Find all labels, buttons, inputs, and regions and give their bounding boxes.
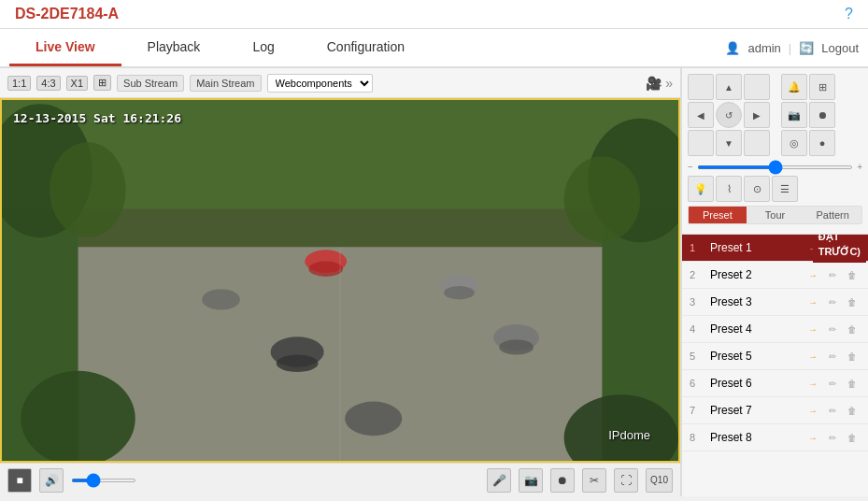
header: DS-2DE7184-A ? (0, 0, 868, 29)
tab-live-view[interactable]: Live View (9, 29, 121, 66)
preset-name-1: Preset 1 (710, 241, 804, 254)
preset-8-go-btn[interactable]: → (804, 429, 821, 446)
preset-2-edit-btn[interactable]: ✏ (824, 266, 841, 283)
tab-log[interactable]: Log (226, 29, 300, 66)
grid-icon-btn[interactable]: ⊞ (809, 74, 835, 100)
ptz-left[interactable]: ◀ (688, 102, 714, 128)
nav-tabs: Live View Playback Log Configuration (9, 29, 431, 66)
preset-name-4: Preset 4 (710, 322, 804, 336)
quality-button[interactable]: Q10 (646, 468, 673, 493)
tab-configuration[interactable]: Configuration (301, 29, 431, 66)
preset-name-5: Preset 5 (710, 350, 804, 363)
zoom-slider[interactable] (697, 165, 853, 169)
preset-item-2[interactable]: 2 Preset 2 → ✏ 🗑 (682, 262, 868, 289)
ptz-left-up[interactable] (688, 74, 714, 100)
record-ptz-btn[interactable]: ⏺ (809, 102, 835, 128)
preset-2-go-btn[interactable]: → (804, 266, 821, 283)
preset-5-delete-btn[interactable]: 🗑 (844, 348, 861, 365)
preset-6-delete-btn[interactable]: 🗑 (844, 375, 861, 392)
logout-button[interactable]: Logout (821, 41, 859, 55)
preset-3-delete-btn[interactable]: 🗑 (844, 293, 861, 310)
camera-settings-icon[interactable]: 🎥 » (646, 76, 673, 91)
preset-1-actions: → ✏ 🗑 (804, 239, 861, 256)
snapshot-ptz-btn[interactable]: 📷 (781, 102, 807, 128)
fullscreen-button[interactable]: ⛶ (614, 468, 638, 493)
camera-label: IPdome (608, 428, 650, 442)
tab-pattern[interactable]: Pattern (804, 207, 861, 223)
webcomponents-select[interactable]: Webcomponents (267, 74, 373, 93)
preset-item-4[interactable]: 4 Preset 4 → ✏ 🗑 (682, 316, 868, 343)
preset-item-6[interactable]: 6 Preset 6 → ✏ 🗑 (682, 370, 868, 397)
autoscan-btn[interactable]: ⊙ (744, 176, 770, 202)
ptz-right[interactable]: ▶ (744, 102, 770, 128)
ptz-up[interactable]: ▲ (716, 74, 742, 100)
preset-4-delete-btn[interactable]: 🗑 (844, 321, 861, 337)
preset-5-edit-btn[interactable]: ✏ (824, 348, 841, 365)
preset-6-edit-btn[interactable]: ✏ (824, 375, 841, 392)
preset-8-actions: → ✏ 🗑 (804, 429, 861, 446)
light-btn[interactable]: 💡 (688, 176, 714, 202)
svg-point-14 (444, 286, 475, 299)
iris-open-btn[interactable]: ◎ (781, 130, 807, 156)
preset-item-3[interactable]: 3 Preset 3 → ✏ 🗑 (682, 289, 868, 316)
tab-preset[interactable]: Preset (689, 207, 747, 223)
preset-1-edit-btn[interactable]: ✏ (824, 239, 841, 256)
preset-7-delete-btn[interactable]: 🗑 (844, 402, 861, 419)
preset-2-delete-btn[interactable]: 🗑 (844, 266, 861, 283)
ptz-right-down[interactable] (744, 130, 770, 156)
preset-item-7[interactable]: 7 Preset 7 → ✏ 🗑 (682, 397, 868, 424)
clip-button[interactable]: ✂ (582, 468, 606, 493)
zoom-11-btn[interactable]: 1:1 (7, 76, 31, 91)
bell-icon-btn[interactable]: 🔔 (781, 74, 807, 100)
preset-7-go-btn[interactable]: → (804, 402, 821, 419)
main-stream-btn[interactable]: Main Stream (190, 75, 261, 92)
preset-8-edit-btn[interactable]: ✏ (824, 429, 841, 446)
preset-4-edit-btn[interactable]: ✏ (824, 321, 841, 337)
help-icon[interactable]: ? (845, 6, 853, 22)
preset-name-6: Preset 6 (710, 377, 804, 390)
ptz-center[interactable]: ↺ (716, 102, 742, 128)
user-icon: 👤 (725, 41, 740, 55)
tab-playback[interactable]: Playback (121, 29, 227, 66)
preset-1-go-btn[interactable]: → (804, 239, 821, 256)
stop-button[interactable]: ■ (7, 468, 32, 493)
wiper-btn[interactable]: ⌇ (716, 176, 742, 202)
video-timestamp: 12-13-2015 Sat 16:21:26 (13, 111, 181, 125)
svg-point-6 (50, 142, 126, 237)
preset-num-3: 3 (690, 296, 704, 308)
ptz-controls: ▲ 🔔 ⊞ ◀ ↺ ▶ 📷 ⏺ ▼ ◎ ● (682, 68, 868, 235)
svg-point-8 (564, 156, 641, 242)
preset-7-actions: → ✏ 🗑 (804, 402, 861, 419)
sub-stream-btn[interactable]: Sub Stream (117, 75, 184, 92)
volume-slider[interactable] (71, 479, 136, 482)
extra-btn[interactable]: ☰ (772, 176, 798, 202)
ptz-right-up[interactable] (744, 74, 770, 100)
preset-item-1[interactable]: 1 Preset 1 → ✏ 🗑 (682, 235, 868, 262)
preset-3-edit-btn[interactable]: ✏ (824, 293, 841, 310)
tab-tour[interactable]: Tour (747, 207, 804, 223)
ptz-down[interactable]: ▼ (716, 130, 742, 156)
app-title: DS-2DE7184-A (15, 6, 119, 22)
main-content: 1:1 4:3 X1 ⊞ Sub Stream Main Stream Webc… (0, 68, 868, 496)
zoom-x1-btn[interactable]: X1 (66, 76, 88, 91)
preset-8-delete-btn[interactable]: 🗑 (844, 429, 861, 446)
record-button[interactable]: ⏺ (550, 468, 575, 493)
preset-item-5[interactable]: 5 Preset 5 → ✏ 🗑 (682, 343, 868, 370)
zoom-43-btn[interactable]: 4:3 (36, 76, 60, 91)
preset-7-edit-btn[interactable]: ✏ (824, 402, 841, 419)
snapshot-button[interactable]: 📷 (519, 468, 543, 493)
volume-icon[interactable]: 🔊 (39, 468, 64, 493)
grid-btn[interactable]: ⊞ (93, 75, 111, 91)
nav-right: 👤 admin | 🔄 Logout (725, 41, 859, 55)
preset-3-go-btn[interactable]: → (804, 293, 821, 310)
preset-name-3: Preset 3 (710, 295, 804, 308)
preset-1-delete-btn[interactable]: 🗑 (844, 239, 861, 256)
preset-item-8[interactable]: 8 Preset 8 → ✏ 🗑 (682, 424, 868, 451)
preset-num-8: 8 (690, 432, 704, 443)
ptz-left-down[interactable] (688, 130, 714, 156)
preset-5-go-btn[interactable]: → (804, 348, 821, 365)
microphone-button[interactable]: 🎤 (487, 468, 511, 493)
preset-4-go-btn[interactable]: → (804, 321, 821, 337)
iris-close-btn[interactable]: ● (809, 130, 835, 156)
preset-6-go-btn[interactable]: → (804, 375, 821, 392)
